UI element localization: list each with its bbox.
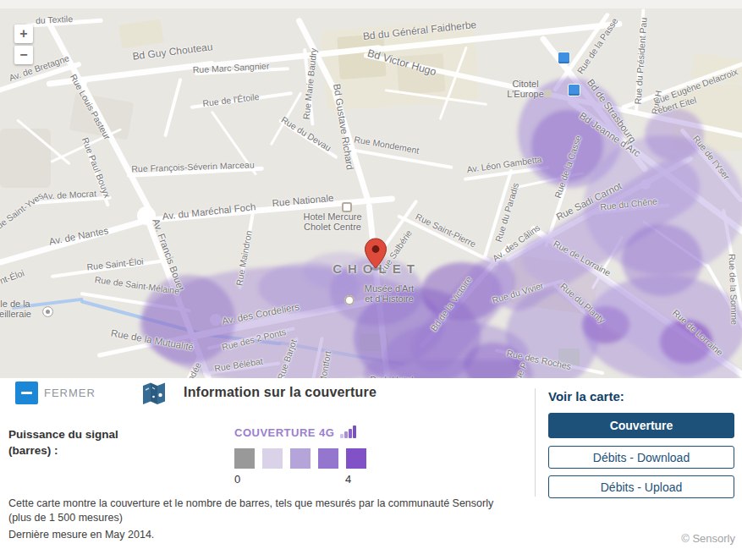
place-icon	[544, 90, 552, 97]
street-label: du Textile	[36, 14, 74, 25]
street-label: Av. de Nantes	[48, 225, 109, 246]
panel-divider	[535, 388, 536, 497]
collapse-panel-label[interactable]: FERMER	[44, 387, 96, 399]
folded-map-icon	[141, 380, 167, 409]
poi-label: eilleraie	[0, 309, 31, 319]
minus-icon	[21, 392, 32, 394]
street-label: Rue du Devau	[279, 114, 333, 153]
legend-swatch	[234, 448, 255, 469]
zoom-in-button[interactable]: +	[14, 25, 33, 43]
collapse-panel-button[interactable]	[15, 382, 38, 404]
signal-strength-label: Puissance du signal (barres) :	[8, 426, 118, 458]
poi-label: Cholet Centre	[304, 222, 361, 232]
legend-swatch	[318, 448, 338, 469]
street-label: Rue Saint-Yves	[0, 190, 45, 234]
museum-icon	[344, 295, 355, 305]
place-icon	[42, 306, 53, 317]
poi-label: L'Europe	[507, 89, 544, 99]
street-label: Rue de la Somme	[728, 254, 740, 325]
map-type-title: Voir la carte:	[548, 389, 624, 404]
legend-swatch	[290, 448, 311, 469]
signal-bars-icon	[340, 425, 359, 438]
map-marker-pin[interactable]	[363, 238, 388, 275]
page: du TextileBd Guy ChouteauAv. de Bretagne…	[0, 0, 742, 560]
poi-label: Citotel	[512, 79, 538, 89]
poi-label: Hotel Mercure	[303, 211, 361, 222]
legend-heading: COUVERTURE 4G	[234, 426, 334, 439]
street-label: nt-Éloi	[0, 267, 25, 285]
page-top-strip	[0, 0, 742, 8]
coverage-description: Cette carte montre la couverture et le n…	[8, 497, 516, 525]
panel-title: Information sur la couverture	[184, 385, 376, 400]
legend-scale-max: 4	[345, 473, 351, 486]
land-patch	[0, 129, 51, 188]
coverage-map[interactable]: du TextileBd Guy ChouteauAv. de Bretagne…	[0, 8, 742, 378]
legend-scale-min: 0	[234, 473, 240, 486]
poi-label: et d'Histoire	[365, 294, 414, 304]
street-label: Rue de l'Étoile	[202, 91, 260, 108]
street-label: Rue du Président Pau	[632, 17, 648, 104]
copyright-text: © Sensorly	[681, 532, 735, 545]
info-panel: FERMER Information sur la couverture Pui…	[0, 378, 742, 560]
lodging-icon	[342, 202, 352, 212]
debits-download-button[interactable]: Débits - Download	[548, 446, 734, 469]
couverture-button[interactable]: Couverture	[548, 413, 734, 438]
road-segment	[163, 78, 182, 138]
land-patch	[118, 19, 163, 49]
legend-swatch	[346, 448, 366, 469]
map-zoom-control: + −	[14, 25, 35, 67]
poi-label: le de la	[0, 299, 30, 309]
coverage-blob	[645, 108, 704, 161]
zoom-out-button[interactable]: −	[14, 46, 33, 64]
transit-icon	[568, 84, 580, 96]
debits-upload-button[interactable]: Débits - Upload	[548, 475, 734, 498]
last-measure-text: Dernière mesure en May 2014.	[8, 529, 154, 541]
legend-swatch	[262, 448, 283, 469]
transit-icon	[558, 52, 570, 64]
poi-label: Musée d'Art	[365, 283, 414, 294]
street-label: Av. du Maréchal Foch	[162, 201, 256, 222]
street-label: Rue Saint-Éloi	[86, 256, 144, 272]
